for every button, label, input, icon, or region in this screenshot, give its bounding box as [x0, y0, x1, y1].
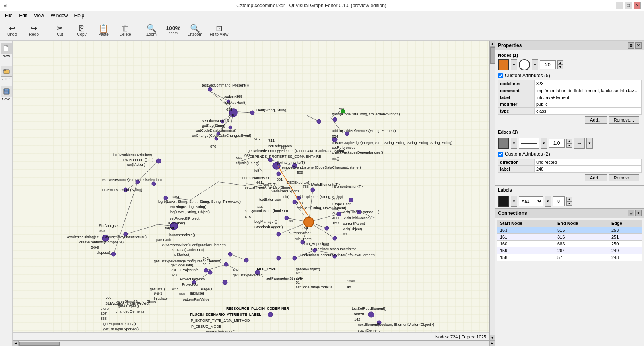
- menu-view[interactable]: View: [31, 12, 47, 19]
- label-launchanalyze: launchAnalyze(): [169, 233, 195, 237]
- edge-size-up-button[interactable]: ▲: [566, 139, 572, 143]
- menu-file[interactable]: File: [2, 12, 16, 19]
- status-text: Nodes: 724 | Edges: 1025: [435, 334, 486, 339]
- menubar: File Edit View Window Help: [0, 11, 644, 20]
- horizontal-scrollbar[interactable]: ◄ ►: [13, 340, 495, 346]
- label-geexporter: GEXExporter(): [287, 181, 310, 185]
- node-remove-button[interactable]: Remove...: [609, 116, 639, 124]
- zoom-in-icon: 🔍: [147, 24, 157, 32]
- minimize-button[interactable]: —: [616, 2, 623, 9]
- copy-button[interactable]: ⎘ Copy: [71, 21, 92, 40]
- node-attr-value[interactable]: InfoJavaElement: [535, 94, 642, 101]
- label-275: 275: [162, 243, 168, 247]
- label-353: 353: [99, 229, 105, 233]
- delete-button[interactable]: 🗑 Delete: [115, 21, 136, 40]
- open-button[interactable]: [1, 66, 12, 77]
- label-getlistpars2: getListTypeParser(: [233, 273, 263, 277]
- connections-close-button[interactable]: ✕: [635, 210, 642, 216]
- node-size-up-button[interactable]: ▲: [557, 60, 563, 65]
- maximize-button[interactable]: □: [625, 2, 632, 9]
- label-getkey2: getKey(Object): [296, 267, 320, 271]
- edge-color-swatch[interactable]: [498, 138, 509, 149]
- node-add-button[interactable]: Add...: [585, 116, 607, 124]
- node-left-6: [156, 159, 161, 163]
- edge-remove-button[interactable]: Remove...: [609, 174, 639, 181]
- cut-button[interactable]: ✂ Cut: [50, 21, 70, 40]
- scroll-track-v[interactable]: [490, 47, 495, 335]
- zoom-in-button[interactable]: 🔍 Zoom: [141, 21, 162, 40]
- edge-size-input[interactable]: 1.0: [549, 139, 565, 148]
- connections-restore-button[interactable]: ⊟: [628, 210, 634, 216]
- nodes-section: Nodes (1) ▼ ▼ 20 ▲ ▼: [495, 50, 644, 128]
- label-142: 142: [354, 317, 360, 321]
- scroll-thumb-h[interactable]: [19, 342, 60, 346]
- node-color-dropdown[interactable]: ▼: [511, 59, 517, 70]
- node-color-swatch[interactable]: [498, 59, 509, 70]
- redo-button[interactable]: ↪ Redo: [23, 21, 44, 40]
- font-size-down-button[interactable]: ▼: [566, 201, 572, 206]
- menu-edit[interactable]: Edit: [16, 12, 31, 19]
- node-attr-value[interactable]: public: [535, 101, 642, 108]
- edge-attr-key: label: [498, 166, 535, 173]
- menu-window[interactable]: Window: [47, 12, 71, 19]
- node-attr-value[interactable]: class: [535, 108, 642, 115]
- save-button[interactable]: [1, 86, 12, 97]
- edge-line-preview[interactable]: [519, 138, 539, 149]
- properties-restore-button[interactable]: ⊟: [628, 42, 634, 49]
- font-size-input[interactable]: 8: [553, 196, 565, 206]
- node-2[interactable]: [250, 111, 254, 115]
- connection-row[interactable]: 159264249: [497, 247, 642, 254]
- edge-size-down-button[interactable]: ▼: [566, 143, 572, 148]
- conn-start: 160: [497, 241, 555, 247]
- menu-help[interactable]: Help: [71, 12, 88, 19]
- edge-custom-attrs-checkbox[interactable]: [498, 152, 503, 157]
- edge-arrow-dropdown[interactable]: ▼: [586, 138, 593, 149]
- label-left: left: [254, 169, 260, 173]
- zoom-level-button[interactable]: 100% zoom: [163, 21, 184, 40]
- properties-close-button[interactable]: ✕: [635, 42, 642, 49]
- edge-line-dropdown[interactable]: ▼: [541, 138, 547, 149]
- unzoom-button[interactable]: 🔍 Unzoom: [184, 21, 205, 40]
- vertical-scrollbar[interactable]: ▲ ▼: [489, 41, 495, 340]
- graph-area[interactable]: testGetCommand(IPresent()) _codeData tes…: [13, 41, 489, 332]
- label-addtochildrefs: addToChildReferences(String, Element): [332, 129, 396, 133]
- label-color-dropdown[interactable]: ▼: [511, 196, 517, 207]
- scroll-right-button[interactable]: ►: [489, 341, 495, 346]
- node-top-1[interactable]: [208, 87, 212, 91]
- label-currentparent: currentParent: [343, 222, 365, 226]
- label-color-swatch[interactable]: [498, 196, 509, 207]
- connection-row[interactable]: 161316251: [497, 234, 642, 241]
- scroll-track-h[interactable]: [19, 341, 489, 346]
- fit-to-view-button[interactable]: ⊡ Fit to View: [206, 21, 232, 40]
- node-size-down-button[interactable]: ▼: [557, 65, 563, 69]
- scroll-left-button[interactable]: ◄: [13, 341, 19, 346]
- connection-row[interactable]: 160683250: [497, 241, 642, 247]
- edge-attr-value[interactable]: undirected: [535, 159, 642, 166]
- edge-color-dropdown[interactable]: ▼: [511, 138, 517, 149]
- node-size-input[interactable]: 20: [540, 60, 556, 69]
- font-size-up-button[interactable]: ▲: [566, 197, 572, 201]
- label-getdeleted: getDeletedElementInElement(ICodeData, IC…: [248, 149, 345, 153]
- node-custom-attrs-checkbox[interactable]: [498, 73, 503, 78]
- node-attr-value[interactable]: Implémentation de IInfoElement, la class…: [535, 87, 642, 94]
- scroll-thumb-v[interactable]: [490, 47, 495, 64]
- connection-row[interactable]: 163515253: [497, 227, 642, 234]
- font-name-dropdown[interactable]: ▼: [545, 196, 551, 207]
- scroll-down-button[interactable]: ▼: [490, 335, 495, 340]
- node-shape-preview[interactable]: [519, 59, 530, 70]
- close-button[interactable]: ✕: [634, 2, 641, 9]
- node-attr-value[interactable]: 323: [535, 80, 642, 87]
- node-bot-8: [268, 312, 273, 317]
- scroll-up-button[interactable]: ▲: [490, 41, 495, 47]
- graph-canvas-container[interactable]: testGetCommand(IPresent()) _codeData tes…: [13, 41, 495, 346]
- edge-add-button[interactable]: Add...: [585, 174, 607, 181]
- connection-row[interactable]: 15857248: [497, 254, 642, 261]
- undo-button[interactable]: ↩ Undo: [2, 21, 23, 40]
- edge-arrow-button[interactable]: →: [574, 138, 585, 149]
- edge-attr-value[interactable]: 248: [535, 166, 642, 173]
- node-shape-dropdown[interactable]: ▼: [532, 59, 538, 70]
- font-name-select[interactable]: Aa1: [519, 196, 543, 206]
- paste-button[interactable]: 📋 Paste: [93, 21, 114, 40]
- new-button[interactable]: [1, 43, 12, 54]
- graph-svg[interactable]: testGetCommand(IPresent()) _codeData tes…: [13, 41, 489, 332]
